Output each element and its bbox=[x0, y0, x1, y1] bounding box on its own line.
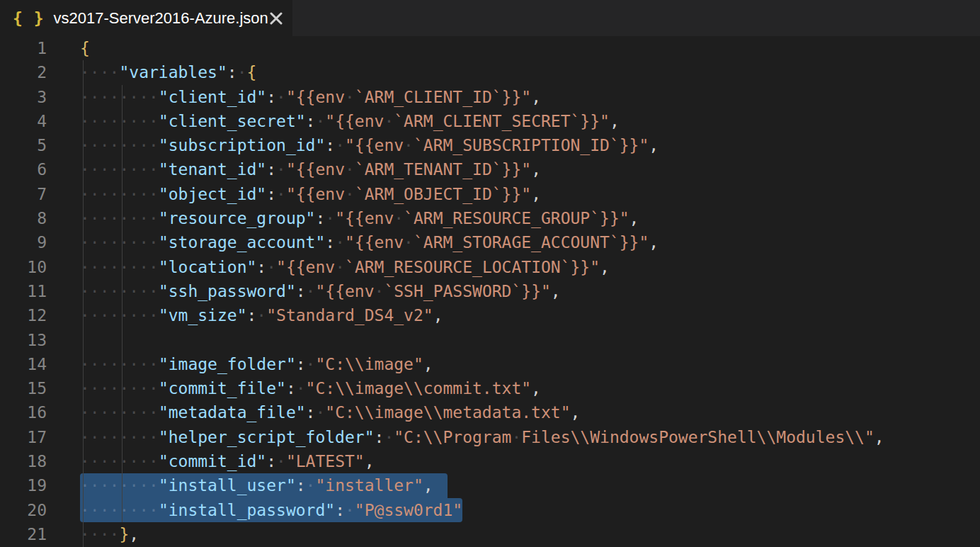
whitespace-dot: · bbox=[149, 355, 159, 373]
whitespace-dot: · bbox=[80, 233, 90, 252]
whitespace-dot: · bbox=[119, 355, 129, 373]
whitespace-dot: · bbox=[129, 160, 139, 179]
whitespace-dot: · bbox=[511, 428, 521, 446]
code-line[interactable]: 6········"tenant_id":·"{{env·`ARM_TENANT… bbox=[0, 157, 980, 181]
code-text: ····}, bbox=[47, 522, 139, 546]
code-line[interactable]: 11········"ssh_password":·"{{env·`SSH_PA… bbox=[0, 279, 980, 303]
tab-vs2017-server2016-azure-json[interactable]: { } vs2017-Server2016-Azure.json bbox=[0, 0, 292, 36]
whitespace-dot: · bbox=[100, 403, 110, 422]
tab-title: vs2017-Server2016-Azure.json bbox=[54, 9, 268, 28]
whitespace-dot: · bbox=[306, 476, 316, 495]
whitespace-dot: · bbox=[90, 428, 100, 446]
code-line[interactable]: 5········"subscription_id":·"{{env·`ARM_… bbox=[0, 133, 980, 157]
code-line[interactable]: 21····}, bbox=[0, 522, 980, 546]
whitespace-dot: · bbox=[149, 379, 159, 397]
code-text: ········"object_id":·"{{env·`ARM_OBJECT_… bbox=[47, 182, 541, 206]
whitespace-dot: · bbox=[129, 355, 139, 373]
line-number: 18 bbox=[0, 449, 47, 473]
line-number: 12 bbox=[0, 303, 47, 327]
code-text: ········"install_password":·"P@ssw0rd1" bbox=[47, 498, 462, 522]
whitespace-dot: · bbox=[139, 428, 149, 446]
whitespace-dot: · bbox=[129, 88, 139, 106]
whitespace-dot: · bbox=[90, 185, 100, 203]
line-number: 1 bbox=[0, 36, 47, 60]
code-line[interactable]: 20········"install_password":·"P@ssw0rd1… bbox=[0, 498, 980, 522]
code-line[interactable]: 17········"helper_script_folder":·"C:\\P… bbox=[0, 425, 980, 449]
whitespace-dot: · bbox=[110, 525, 120, 543]
whitespace-dot: · bbox=[129, 452, 139, 470]
whitespace-dot: · bbox=[110, 452, 120, 470]
whitespace-dot: · bbox=[100, 379, 110, 397]
whitespace-dot: · bbox=[80, 428, 90, 446]
code-text: ········"resource_group":·"{{env·`ARM_RE… bbox=[47, 206, 639, 230]
whitespace-dot: · bbox=[119, 185, 129, 203]
editor[interactable]: 1{2····"variables":·{3········"client_id… bbox=[0, 36, 980, 547]
whitespace-dot: · bbox=[80, 501, 90, 519]
code-text: ········"vm_size":·"Standard_DS4_v2", bbox=[47, 303, 443, 327]
whitespace-dot: · bbox=[394, 209, 404, 227]
whitespace-dot: · bbox=[119, 136, 129, 154]
code-line[interactable]: 9········"storage_account":·"{{env·`ARM_… bbox=[0, 230, 980, 254]
code-line[interactable]: 19········"install_user":·"installer", bbox=[0, 473, 980, 497]
code-line[interactable]: 8········"resource_group":·"{{env·`ARM_R… bbox=[0, 206, 980, 230]
whitespace-dot: · bbox=[119, 306, 129, 325]
whitespace-dot: · bbox=[129, 282, 139, 300]
whitespace-dot: · bbox=[315, 403, 325, 422]
whitespace-dot: · bbox=[80, 282, 90, 300]
whitespace-dot: · bbox=[110, 379, 120, 397]
whitespace-dot: · bbox=[110, 355, 120, 373]
line-number: 8 bbox=[0, 206, 47, 230]
whitespace-dot: · bbox=[80, 306, 90, 325]
whitespace-dot: · bbox=[90, 452, 100, 470]
whitespace-dot: · bbox=[149, 501, 159, 519]
code-lines: 1{2····"variables":·{3········"client_id… bbox=[0, 36, 980, 546]
whitespace-dot: · bbox=[90, 88, 100, 106]
code-line[interactable]: 1{ bbox=[0, 36, 980, 60]
whitespace-dot: · bbox=[110, 403, 120, 422]
code-line[interactable]: 2····"variables":·{ bbox=[0, 60, 980, 84]
code-line[interactable]: 10········"location":·"{{env·`ARM_RESOUR… bbox=[0, 255, 980, 279]
whitespace-dot: · bbox=[129, 428, 139, 446]
whitespace-dot: · bbox=[119, 501, 129, 519]
whitespace-dot: · bbox=[335, 136, 345, 154]
code-line[interactable]: 3········"client_id":·"{{env·`ARM_CLIENT… bbox=[0, 85, 980, 109]
code-line[interactable]: 14········"image_folder":·"C:\\image", bbox=[0, 352, 980, 376]
code-line[interactable]: 4········"client_secret":·"{{env·`ARM_CL… bbox=[0, 109, 980, 133]
whitespace-dot: · bbox=[149, 209, 159, 227]
whitespace-dot: · bbox=[80, 136, 90, 154]
line-number: 6 bbox=[0, 157, 47, 181]
whitespace-dot: · bbox=[100, 233, 110, 252]
whitespace-dot: · bbox=[100, 112, 110, 130]
line-number: 21 bbox=[0, 522, 47, 546]
code-line[interactable]: 18········"commit_id":·"LATEST", bbox=[0, 449, 980, 473]
code-text: ········"tenant_id":·"{{env·`ARM_TENANT_… bbox=[47, 157, 541, 181]
whitespace-dot: · bbox=[90, 282, 100, 300]
code-line[interactable]: 12········"vm_size":·"Standard_DS4_v2", bbox=[0, 303, 980, 327]
whitespace-dot: · bbox=[90, 136, 100, 154]
whitespace-dot: · bbox=[110, 282, 120, 300]
whitespace-dot: · bbox=[110, 112, 120, 130]
whitespace-dot: · bbox=[139, 112, 149, 130]
whitespace-dot: · bbox=[119, 258, 129, 276]
tab-close-icon[interactable] bbox=[268, 11, 284, 26]
whitespace-dot: · bbox=[296, 379, 306, 397]
line-number: 3 bbox=[0, 85, 47, 109]
code-text: ········"helper_script_folder":·"C:\\Pro… bbox=[47, 425, 884, 449]
whitespace-dot: · bbox=[119, 379, 129, 397]
whitespace-dot: · bbox=[404, 233, 414, 252]
whitespace-dot: · bbox=[100, 136, 110, 154]
whitespace-dot: · bbox=[149, 233, 159, 252]
code-line[interactable]: 7········"object_id":·"{{env·`ARM_OBJECT… bbox=[0, 182, 980, 206]
code-line[interactable]: 15········"commit_file":·"C:\\image\\com… bbox=[0, 376, 980, 400]
code-line[interactable]: 13 bbox=[0, 328, 980, 352]
whitespace-dot: · bbox=[119, 476, 129, 495]
code-line[interactable]: 16········"metadata_file":·"C:\\image\\m… bbox=[0, 400, 980, 424]
whitespace-dot: · bbox=[119, 112, 129, 130]
whitespace-dot: · bbox=[80, 112, 90, 130]
whitespace-dot: · bbox=[345, 501, 355, 519]
whitespace-dot: · bbox=[129, 209, 139, 227]
whitespace-dot: · bbox=[110, 209, 120, 227]
whitespace-dot: · bbox=[404, 136, 414, 154]
code-text: ····"variables":·{ bbox=[47, 60, 256, 84]
whitespace-dot: · bbox=[90, 209, 100, 227]
